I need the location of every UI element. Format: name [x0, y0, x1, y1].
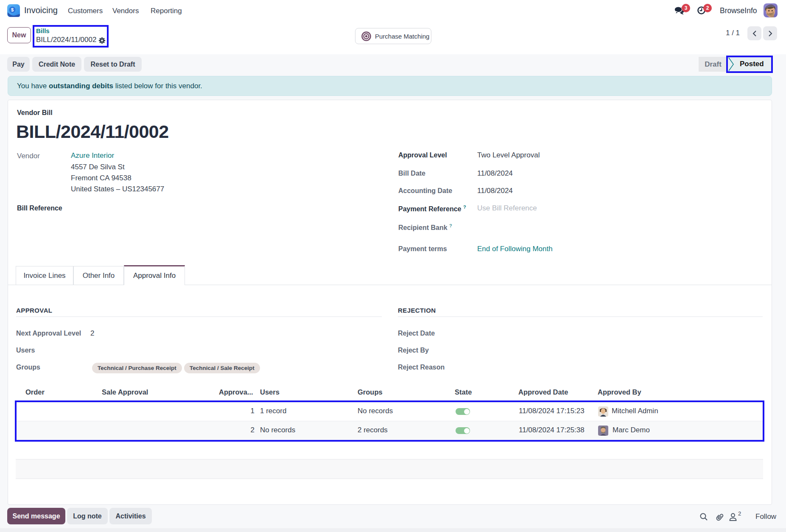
svg-text:$: $	[11, 7, 14, 12]
